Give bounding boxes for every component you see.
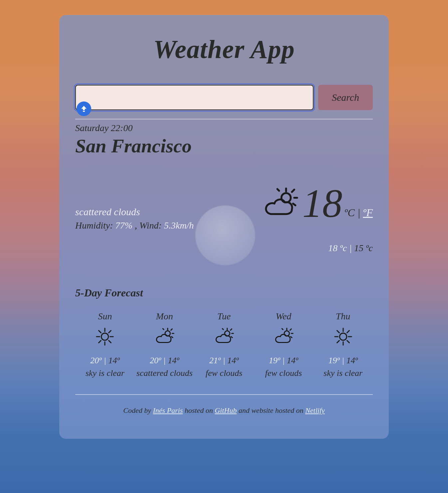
footer-repo-link[interactable]: GitHub <box>215 406 237 414</box>
footer-host-link[interactable]: Netlify <box>305 406 325 414</box>
current-row: scattered clouds Humidity: 77% , Wind: 5… <box>75 184 373 253</box>
forecast-day-name: Mon <box>135 311 194 322</box>
forecast-partly-cloudy-icon <box>273 326 294 347</box>
forecast-sep: | <box>280 356 287 365</box>
footer-and-hosted: and website hosted on <box>237 406 305 414</box>
forecast-day-name: Wed <box>254 311 313 322</box>
current-weather-icon <box>262 185 299 222</box>
current-city: San Francisco <box>75 135 373 157</box>
forecast-day: Thu19º | 14ºsky is clear <box>313 311 373 378</box>
forecast-high: 21º <box>209 356 221 365</box>
current-right: 18 ºC | ºF 18 ºc | 15 ºc <box>262 184 373 253</box>
forecast-high: 19º <box>269 356 280 365</box>
forecast-temps: 20º | 14º <box>75 356 135 366</box>
city-search-input[interactable] <box>75 85 314 110</box>
moon-decor <box>195 205 255 265</box>
forecast-desc: few clouds <box>254 368 313 378</box>
forecast-partly-cloudy-icon <box>154 326 175 347</box>
forecast-temps: 20º | 14º <box>135 356 194 366</box>
unit-fahrenheit-link[interactable]: ºF <box>363 207 373 219</box>
forecast-high: 19º <box>328 356 339 365</box>
unit-celsius[interactable]: ºC <box>344 207 354 219</box>
forecast-high: 20º <box>90 356 102 365</box>
humidity-value: 77% <box>115 220 132 231</box>
wind-value: 5.3km/h <box>164 220 194 231</box>
footer: Coded by Inés Paris hosted on GitHub and… <box>75 406 373 415</box>
forecast-day: Tue21º | 14ºfew clouds <box>194 311 254 378</box>
hl-sep: | <box>347 243 354 253</box>
caps-lock-badge-icon <box>77 101 91 116</box>
unit-sep: | <box>355 207 363 219</box>
forecast-sunny-icon <box>95 326 115 347</box>
current-meta: Humidity: 77% , Wind: 5.3km/h <box>75 220 194 231</box>
forecast-sep: | <box>102 356 108 365</box>
forecast-desc: sky is clear <box>75 368 135 378</box>
temp-low: 15 ºc <box>354 243 373 253</box>
app-title: Weather App <box>75 34 373 64</box>
forecast-desc: few clouds <box>194 368 254 378</box>
humidity-label: Humidity: <box>75 220 115 231</box>
forecast-title: 5-Day Forecast <box>75 287 373 299</box>
forecast-sep: | <box>161 356 168 365</box>
forecast-sep: | <box>221 356 227 365</box>
forecast-desc: sky is clear <box>313 368 373 378</box>
forecast-day-name: Thu <box>313 311 373 322</box>
footer-author-link[interactable]: Inés Paris <box>153 406 183 414</box>
current-description: scattered clouds <box>75 206 194 218</box>
temp-line: 18 ºC | ºF <box>262 184 373 224</box>
search-button[interactable]: Search <box>318 85 373 110</box>
forecast-day-name: Tue <box>194 311 254 322</box>
forecast-low: 14º <box>227 356 239 365</box>
forecast-day: Sun20º | 14ºsky is clear <box>75 311 135 378</box>
footer-divider <box>75 394 373 395</box>
search-input-wrap <box>75 85 314 110</box>
forecast-low: 14º <box>346 356 358 365</box>
forecast-low: 14º <box>108 356 119 365</box>
forecast-day: Mon20º | 14ºscattered clouds <box>135 311 194 378</box>
forecast-temps: 19º | 14º <box>313 356 373 366</box>
forecast-temps: 21º | 14º <box>194 356 254 366</box>
weather-card: Weather App Search Saturday 22:00 San Fr… <box>59 15 389 439</box>
forecast-day-name: Sun <box>75 311 135 322</box>
forecast-temps: 19º | 14º <box>254 356 313 366</box>
unit-toggle: ºC | ºF <box>344 207 373 224</box>
current-datetime: Saturday 22:00 <box>75 123 373 133</box>
forecast-desc: scattered clouds <box>135 368 194 378</box>
search-row: Search <box>75 85 373 110</box>
forecast-sunny-icon <box>333 326 353 347</box>
temp-high: 18 ºc <box>328 243 347 253</box>
forecast-low: 14º <box>168 356 179 365</box>
high-low: 18 ºc | 15 ºc <box>262 243 373 253</box>
current-temp: 18 <box>302 184 342 224</box>
forecast-high: 20º <box>150 356 161 365</box>
forecast-low: 14º <box>287 356 298 365</box>
footer-hosted-on: hosted on <box>183 406 215 414</box>
footer-coded-by: Coded by <box>123 406 153 414</box>
wind-label: , Wind: <box>132 220 164 231</box>
forecast-row: Sun20º | 14ºsky is clearMon20º | 14ºscat… <box>75 311 373 378</box>
forecast-day: Wed19º | 14ºfew clouds <box>254 311 313 378</box>
divider <box>75 119 373 119</box>
current-left: scattered clouds Humidity: 77% , Wind: 5… <box>75 206 194 231</box>
forecast-sep: | <box>340 356 346 365</box>
forecast-partly-cloudy-icon <box>214 326 234 347</box>
